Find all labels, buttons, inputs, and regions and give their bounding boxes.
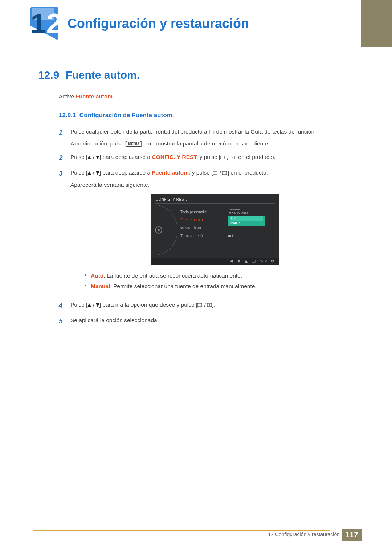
svg-marker-1 [96, 156, 99, 159]
bullet-manual: Manual: Permite seleccionar una fuente d… [85, 282, 360, 290]
osd-menu: Tecla personaliz. Fuente autom. Mostrar … [180, 208, 207, 240]
step1-p2b: ] para mostrar la pantalla de menú corre… [140, 140, 270, 147]
step-5: 5 Se aplicará la opción seleccionada. [59, 316, 360, 327]
step-1: 1 Pulse cualquier botón de la parte fron… [59, 127, 360, 148]
section-heading: 12.9 Fuente autom. [38, 69, 140, 81]
osd-opt-auto: Auto [230, 216, 263, 221]
svg-marker-4 [87, 171, 91, 175]
bullet-auto: Auto: La fuente de entrada se reconocerá… [85, 271, 360, 280]
s2target: CONFIG. Y REST. [152, 154, 198, 160]
step1-line2: A continuación, pulse [MENU] para mostra… [70, 139, 360, 148]
svg-marker-17 [96, 303, 99, 307]
step-number: 4 [59, 300, 65, 311]
down-icon [237, 260, 240, 263]
subsection-title: Configuración de Fuente autom. [79, 112, 174, 119]
content-body: Active Fuente autom. 12.9.1 Configuració… [59, 92, 360, 331]
svg-marker-12 [245, 260, 248, 263]
bullet-auto-text: : La fuente de entrada se reconocerá aut… [103, 272, 242, 279]
osd-val4: Act. [228, 234, 234, 238]
svg-rect-18 [197, 303, 202, 307]
s3e: Aparecerá la ventana siguiente. [70, 181, 360, 189]
step-3: 3 Pulse [/] para desplazarse a Fuente au… [59, 168, 360, 295]
osd-item: Tecla personaliz. [180, 208, 207, 216]
s5text: Se aplicará la opción seleccionada. [70, 316, 360, 327]
osd-title: CONFIG. Y REST. [156, 197, 187, 202]
section-title: Fuente autom. [65, 69, 140, 81]
chapter-title: Configuración y restauración [68, 16, 249, 31]
menu-key-icon: MENU [127, 141, 140, 147]
bullet-auto-label: Auto [91, 272, 103, 279]
footer-page-number: 117 [342, 529, 362, 541]
step1-p2a: A continuación, pulse [ [70, 140, 127, 147]
up-down-icon: / [87, 153, 99, 162]
intro-line: Active Fuente autom. [59, 92, 360, 100]
s2d: ] en el producto. [235, 154, 275, 160]
step-number: 2 [59, 153, 65, 163]
up-down-icon: / [87, 301, 99, 309]
subsection-number: 12.9.1 [59, 112, 76, 119]
svg-marker-5 [96, 171, 99, 175]
option-bullets: Auto: La fuente de entrada se reconocerá… [85, 271, 360, 291]
osd-opt-manual: Manual [230, 221, 263, 226]
svg-marker-10 [230, 260, 233, 263]
svg-marker-16 [87, 303, 91, 307]
bullet-manual-label: Manual [91, 283, 110, 289]
osd-item: Mostrar hora [180, 224, 207, 232]
osd-item-selected: Fuente autom. [180, 216, 207, 224]
svg-marker-11 [237, 260, 240, 263]
intro-prefix: Active [59, 93, 76, 99]
s4a: Pulse [ [70, 301, 87, 308]
svg-rect-2 [220, 156, 225, 159]
intro-highlight: Fuente autom. [76, 93, 114, 99]
chapter-digit-1: 1 [30, 8, 46, 40]
svg-rect-6 [213, 171, 217, 175]
footer-chapter-line: 12 Configuración y restauración [268, 532, 340, 537]
enter-source-icon: / [213, 169, 227, 177]
footer-divider [33, 530, 330, 531]
chapter-digit-2: 2 [46, 8, 62, 40]
enter-icon [252, 260, 256, 263]
section-number: 12.9 [38, 69, 59, 81]
s3target: Fuente autom. [152, 169, 190, 176]
s3a: Pulse [ [70, 169, 87, 176]
s3b: ] para desplazarse a [99, 169, 152, 176]
step-number: 3 [59, 168, 65, 295]
s4c: ]. [212, 301, 216, 308]
step1-line1: Pulse cualquier botón de la parte fronta… [70, 127, 360, 136]
osd-screenshot: CONFIG. Y REST. Tecla personaliz. Fuente… [151, 194, 279, 265]
up-down-icon: / [87, 169, 99, 177]
up-icon [245, 260, 248, 263]
enter-source-icon: / [197, 301, 212, 309]
s2c: y pulse [ [198, 154, 220, 160]
s3d: ] en el producto. [228, 169, 268, 176]
s2b: ] para desplazarse a [99, 154, 152, 160]
s4b: ] para ir a la opción que desee y pulse … [99, 301, 198, 308]
svg-rect-13 [252, 260, 255, 262]
bullet-manual-text: : Permite seleccionar una fuente de entr… [110, 283, 256, 289]
back-icon [230, 260, 233, 263]
chapter-badge: 12 [30, 7, 64, 40]
osd-button-strip: AUTO [151, 258, 279, 265]
osd-dropdown: Auto Manual [228, 216, 265, 226]
s3c: y pulse [ [190, 169, 213, 176]
header-stripe [361, 0, 392, 47]
osd-item: Transp. menú [180, 232, 207, 240]
svg-point-9 [158, 229, 160, 231]
svg-marker-0 [87, 156, 91, 159]
step-4: 4 Pulse [/] para ir a la opción que dese… [59, 300, 360, 311]
gear-icon [154, 226, 163, 234]
step-number: 5 [59, 316, 65, 327]
s2a: Pulse [ [70, 154, 87, 160]
subsection-heading: 12.9.1 Configuración de Fuente autom. [59, 111, 360, 120]
osd-auto-label: AUTO [260, 259, 267, 263]
power-icon [271, 260, 274, 263]
enter-source-icon: / [220, 153, 235, 162]
step-2: 2 Pulse [/] para desplazarse a CONFIG. Y… [59, 153, 360, 163]
step-number: 1 [59, 127, 65, 148]
